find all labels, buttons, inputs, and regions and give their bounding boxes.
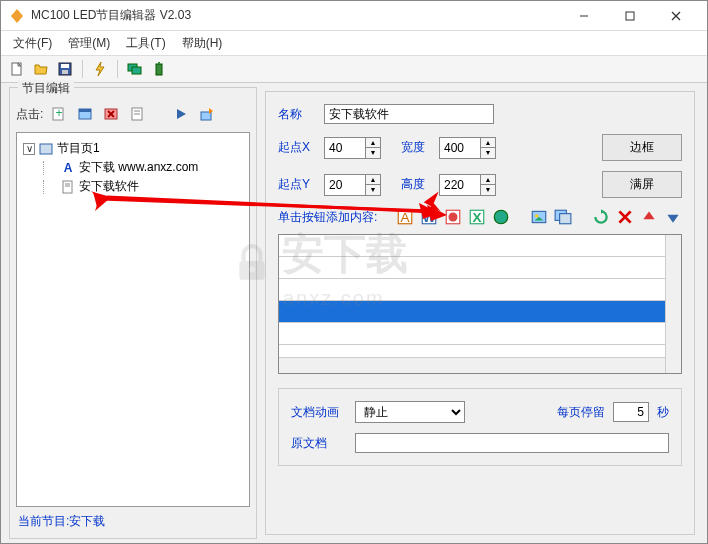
- click-label: 点击:: [16, 106, 43, 123]
- horizontal-scrollbar[interactable]: [279, 357, 665, 373]
- width-spinner[interactable]: ▲▼: [439, 137, 496, 159]
- titlebar: MC100 LED节目编辑器 V2.03: [1, 1, 707, 31]
- svg-rect-25: [63, 181, 72, 193]
- remove-icon[interactable]: [616, 208, 634, 226]
- svg-point-33: [449, 213, 458, 222]
- app-icon: [9, 8, 25, 24]
- svg-point-36: [494, 210, 508, 224]
- menu-file[interactable]: 文件(F): [5, 32, 60, 55]
- menubar: 文件(F) 管理(M) 工具(T) 帮助(H): [1, 31, 707, 55]
- border-button[interactable]: 边框: [602, 134, 682, 161]
- spin-up-icon[interactable]: ▲: [366, 175, 380, 185]
- add-word-icon[interactable]: W: [420, 208, 438, 226]
- svg-point-38: [535, 214, 538, 217]
- save-file-icon[interactable]: [55, 59, 75, 79]
- spin-down-icon[interactable]: ▼: [366, 148, 380, 158]
- tree-child-2-label: 安下载软件: [79, 178, 139, 195]
- grid-row[interactable]: [279, 323, 681, 345]
- spin-down-icon[interactable]: ▼: [481, 185, 495, 195]
- props-icon[interactable]: [127, 104, 147, 124]
- tree-child-1-label: 安下载 www.anxz.com: [79, 159, 198, 176]
- status-row: 当前节目:安下载: [16, 507, 250, 532]
- grid-row[interactable]: [279, 279, 681, 301]
- page-icon: [39, 142, 53, 156]
- status-label: 当前节目:: [18, 514, 69, 528]
- tree-child-1[interactable]: A 安下载 www.anxz.com: [23, 158, 243, 177]
- starty-spinner[interactable]: ▲▼: [324, 174, 381, 196]
- vertical-scrollbar[interactable]: [665, 235, 681, 373]
- grid-row[interactable]: [279, 235, 681, 257]
- startx-spinner[interactable]: ▲▼: [324, 137, 381, 159]
- left-group-label: 节目编辑: [18, 80, 74, 97]
- stay-input[interactable]: [613, 402, 649, 422]
- svg-rect-23: [40, 144, 52, 154]
- left-panel: 节目编辑 点击: + ∨ 节目页1 A: [1, 83, 261, 543]
- menu-help[interactable]: 帮助(H): [174, 32, 231, 55]
- tree-child-2[interactable]: 安下载软件: [23, 177, 243, 196]
- doc-anim-label: 文档动画: [291, 404, 347, 421]
- move-down-icon[interactable]: [664, 208, 682, 226]
- add-page-icon[interactable]: +: [49, 104, 69, 124]
- svg-rect-40: [560, 214, 571, 224]
- tree-view[interactable]: ∨ 节目页1 A 安下载 www.anxz.com 安下载软件: [16, 132, 250, 507]
- name-input[interactable]: [324, 104, 494, 124]
- svg-text:X: X: [472, 210, 481, 225]
- content-grid[interactable]: [278, 234, 682, 374]
- add-image2-icon[interactable]: [554, 208, 572, 226]
- svg-rect-7: [62, 70, 68, 74]
- add-ppt-icon[interactable]: [444, 208, 462, 226]
- orig-doc-label: 原文档: [291, 435, 347, 452]
- menu-manage[interactable]: 管理(M): [60, 32, 118, 55]
- grid-row-selected[interactable]: [279, 301, 681, 323]
- height-spinner[interactable]: ▲▼: [439, 174, 496, 196]
- right-panel: 名称 起点X ▲▼ 宽度 ▲▼ 边框 起点Y ▲▼ 高度 ▲▼ 满屏: [261, 83, 707, 543]
- svg-rect-15: [79, 109, 91, 112]
- svg-text:A: A: [400, 210, 409, 225]
- close-button[interactable]: [653, 1, 699, 31]
- toolbar: [1, 55, 707, 83]
- minimize-button[interactable]: [561, 1, 607, 31]
- move-up-icon[interactable]: [640, 208, 658, 226]
- screens-icon[interactable]: [125, 59, 145, 79]
- doc-anim-select[interactable]: 静止: [355, 401, 465, 423]
- new-file-icon[interactable]: [7, 59, 27, 79]
- lightning-icon[interactable]: [90, 59, 110, 79]
- doc-icon: [61, 180, 75, 194]
- add-image-icon[interactable]: [530, 208, 548, 226]
- spin-up-icon[interactable]: ▲: [481, 138, 495, 148]
- svg-text:W: W: [423, 210, 436, 225]
- orig-doc-input[interactable]: [355, 433, 669, 453]
- fullscreen-button[interactable]: 满屏: [602, 171, 682, 198]
- export-icon[interactable]: [197, 104, 217, 124]
- add-excel-icon[interactable]: X: [468, 208, 486, 226]
- doc-section: 文档动画 静止 每页停留 秒 原文档: [278, 388, 682, 466]
- svg-rect-9: [132, 67, 141, 74]
- grid-row[interactable]: [279, 257, 681, 279]
- refresh-icon[interactable]: [592, 208, 610, 226]
- add-content-label: 单击按钮添加内容:: [278, 209, 377, 226]
- status-value: 安下载: [69, 514, 105, 528]
- maximize-button[interactable]: [607, 1, 653, 31]
- menu-tools[interactable]: 工具(T): [118, 32, 173, 55]
- add-window-icon[interactable]: [75, 104, 95, 124]
- delete-icon[interactable]: [101, 104, 121, 124]
- spin-up-icon[interactable]: ▲: [481, 175, 495, 185]
- spin-down-icon[interactable]: ▼: [366, 185, 380, 195]
- starty-label: 起点Y: [278, 176, 316, 193]
- svg-text:A: A: [64, 161, 73, 175]
- battery-icon[interactable]: [149, 59, 169, 79]
- open-file-icon[interactable]: [31, 59, 51, 79]
- spin-down-icon[interactable]: ▼: [481, 148, 495, 158]
- spin-up-icon[interactable]: ▲: [366, 138, 380, 148]
- tree-root-label: 节目页1: [57, 140, 100, 157]
- text-a-icon: A: [61, 161, 75, 175]
- tree-root[interactable]: ∨ 节目页1: [23, 139, 243, 158]
- collapse-icon[interactable]: ∨: [23, 143, 35, 155]
- add-web-icon[interactable]: [492, 208, 510, 226]
- add-text-icon[interactable]: A: [396, 208, 414, 226]
- height-label: 高度: [401, 176, 431, 193]
- svg-rect-6: [61, 64, 69, 68]
- svg-rect-1: [626, 12, 634, 20]
- window-title: MC100 LED节目编辑器 V2.03: [31, 7, 561, 24]
- play-icon[interactable]: [171, 104, 191, 124]
